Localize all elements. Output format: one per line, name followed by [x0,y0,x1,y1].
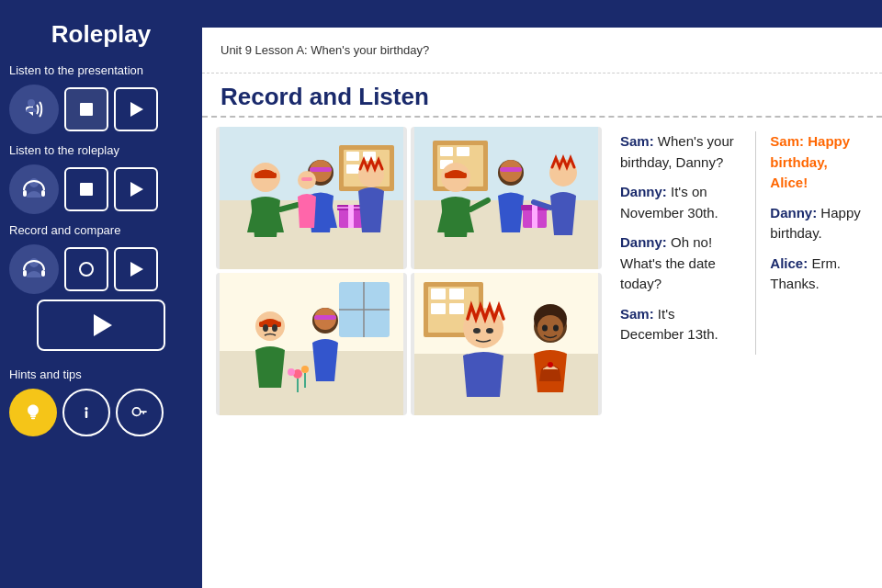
record-compare-section: Record and compare [9,223,193,351]
listen-presentation-controls [9,85,193,134]
speaker-sam-2: Sam: [620,306,654,322]
dialogue-area: Sam: When's your birthday, Danny? Danny:… [616,127,868,415]
listen-presentation-label: Listen to the presentation [9,63,193,79]
speaker-danny-2: Danny: [620,234,667,250]
record-person-icon [9,244,59,294]
svg-rect-64 [259,322,281,327]
hints-controls [9,389,193,436]
lesson-label: Unit 9 Lesson A: When's your birthday? [220,43,429,57]
stop-button-presentation[interactable] [64,87,108,131]
svg-point-66 [272,324,277,332]
svg-rect-46 [440,147,453,156]
dialogue-line-5: Sam: Happy birthday, Alice! [770,131,864,194]
big-play-button[interactable] [37,300,165,351]
dialogue-line-6: Danny: Happy birthday. [770,203,864,244]
svg-point-65 [263,324,268,332]
speaker-sam-3: Sam: [770,133,804,149]
dialogue-left: Sam: When's your birthday, Danny? Danny:… [620,131,741,355]
svg-rect-29 [346,164,359,174]
section-title: Record and Listen [220,83,864,111]
svg-rect-69 [314,315,336,320]
section-title-area: Record and Listen [202,74,882,118]
listen-roleplay-controls [9,164,193,214]
comic-grid [216,127,602,415]
svg-rect-50 [445,173,467,178]
dialogue-right: Sam: Happy birthday, Alice! Danny: Happy… [755,131,864,355]
comic-panel-2 [411,127,602,269]
record-button[interactable] [64,247,108,291]
speaker-danny-1: Danny: [620,184,667,199]
main-content: Unit 9 Lesson A: When's your birthday? R… [202,0,882,588]
listen-roleplay-section: Listen to the roleplay [9,143,193,214]
info-button[interactable] [62,389,110,436]
content-area: Sam: When's your birthday, Danny? Danny:… [202,118,882,424]
play-button-compare[interactable] [114,247,158,291]
comic-panel-4 [411,273,602,415]
svg-rect-41 [301,177,312,181]
play-button-roleplay[interactable] [114,167,158,211]
svg-rect-76 [414,354,598,415]
dialogue-line-7: Alice: Erm. Thanks. [770,254,864,295]
record-compare-controls [9,244,193,294]
hints-label: Hints and tips [9,368,193,383]
lightbulb-icon [23,402,43,423]
svg-rect-9 [41,190,45,197]
comic-panel-1 [216,127,407,269]
svg-point-20 [85,407,87,410]
hints-section: Hints and tips [9,368,193,436]
comic-panel-3 [216,273,407,415]
svg-rect-21 [85,411,88,418]
speaker-icon [9,85,59,134]
svg-rect-59 [220,351,403,415]
svg-rect-14 [41,270,45,277]
key-icon [130,402,150,423]
svg-point-15 [80,263,93,276]
svg-rect-56 [532,205,537,228]
stop-button-roleplay[interactable] [64,167,108,211]
headset-person-icon [9,164,59,214]
lightbulb-button[interactable] [9,389,57,436]
dialogue-line-4: Sam: It's December 13th. [620,304,741,345]
svg-rect-8 [23,190,27,197]
svg-point-89 [542,325,548,332]
svg-point-85 [486,328,493,334]
svg-rect-18 [30,415,36,417]
svg-rect-19 [31,417,35,419]
dialogue-line-2: Danny: It's on November 30th. [620,182,741,223]
key-button[interactable] [116,389,164,436]
svg-point-4 [28,99,35,107]
svg-rect-53 [500,167,522,172]
sidebar: Roleplay Listen to the presentation [0,0,202,588]
svg-point-72 [288,368,295,376]
dialogue-line-3: Danny: Oh no! What's the date today? [620,232,741,295]
svg-marker-17 [94,314,112,336]
listen-presentation-section: Listen to the presentation [9,63,193,134]
svg-marker-11 [130,182,143,197]
svg-point-12 [29,258,39,267]
svg-rect-10 [80,183,93,196]
top-bar-main [202,0,882,28]
svg-point-90 [553,325,559,332]
svg-point-22 [132,407,140,414]
svg-rect-82 [449,303,464,314]
speaker-sam-1: Sam: [620,133,654,149]
listen-roleplay-label: Listen to the roleplay [9,143,193,159]
svg-rect-13 [23,270,27,277]
svg-rect-34 [310,167,332,172]
lesson-breadcrumb-bar: Unit 9 Lesson A: When's your birthday? [202,28,882,74]
svg-rect-81 [431,303,446,314]
svg-rect-47 [457,147,469,156]
info-icon [76,402,96,423]
sidebar-title: Roleplay [9,9,193,63]
play-button-presentation[interactable] [114,87,158,131]
svg-point-84 [473,328,481,334]
svg-rect-31 [254,173,277,178]
speaker-alice: Alice: [770,255,808,271]
svg-rect-27 [346,152,359,161]
svg-rect-79 [431,288,446,300]
svg-marker-16 [130,262,143,277]
svg-point-7 [29,178,39,187]
svg-rect-5 [80,103,93,116]
dialogue-line-1: Sam: When's your birthday, Danny? [620,131,741,173]
speaker-danny-3: Danny: [770,205,817,220]
